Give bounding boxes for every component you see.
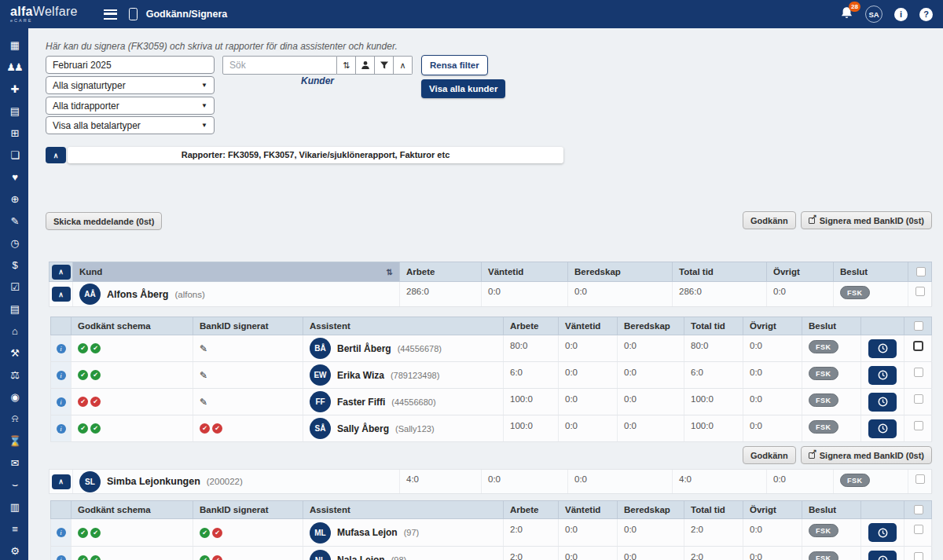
- row-checkbox[interactable]: [914, 552, 923, 560]
- sign-bankid-button-top[interactable]: Signera med BankID (0st): [801, 211, 932, 229]
- cell-beredskap: 0:0: [568, 282, 673, 306]
- search-group: ⇅ ∧: [222, 56, 413, 75]
- clock-icon[interactable]: ◷: [0, 232, 28, 254]
- show-all-customers-button[interactable]: Visa alla kunder: [421, 79, 505, 98]
- notes-icon[interactable]: ▤: [0, 298, 28, 320]
- avatar: EW: [310, 364, 331, 386]
- row-checkbox[interactable]: [913, 341, 923, 351]
- payer-type-dropdown[interactable]: Visa alla betalartyper ▼: [46, 116, 215, 134]
- info-icon[interactable]: i: [894, 8, 908, 21]
- time-report-button[interactable]: [868, 419, 897, 438]
- sign-bankid-button-inline[interactable]: Signera med BankID (0st): [801, 446, 932, 464]
- gear-icon[interactable]: ⚙: [0, 540, 28, 560]
- hourglass-icon[interactable]: ⌛: [0, 430, 28, 452]
- time-report-dropdown[interactable]: Alla tidrapporter ▼: [46, 97, 215, 115]
- hat-icon[interactable]: ⌣: [0, 474, 28, 496]
- row-checkbox[interactable]: [915, 474, 925, 484]
- alert-icon[interactable]: ◉: [0, 386, 28, 408]
- cell-beredskap: 0:0: [618, 547, 684, 560]
- user-avatar[interactable]: SA: [865, 5, 882, 23]
- collapse-customer-button[interactable]: ∧: [52, 287, 71, 302]
- month-input[interactable]: [46, 56, 215, 74]
- brand-name: alfa: [10, 5, 33, 18]
- bell-icon[interactable]: ⍾: [0, 408, 28, 430]
- cell-vantetid: 0:0: [482, 282, 568, 306]
- row-checkbox[interactable]: [915, 287, 925, 296]
- header-arbete: Arbete: [400, 262, 482, 281]
- header-arbete: Arbete: [504, 317, 559, 335]
- check-red-icon: ✔: [90, 397, 101, 407]
- row-checkbox[interactable]: [914, 394, 923, 404]
- approve-button-top[interactable]: Godkänn: [743, 211, 796, 229]
- heart-icon[interactable]: ♥: [0, 166, 28, 188]
- info-icon[interactable]: i: [57, 555, 66, 560]
- time-report-button[interactable]: [868, 339, 897, 358]
- list-icon[interactable]: ≡: [0, 518, 28, 540]
- shield-plus-icon[interactable]: ⊕: [0, 188, 28, 210]
- cell-total-tid: 100:0: [684, 415, 743, 441]
- cell-ovrigt: 0:0: [743, 335, 802, 361]
- app-logo: alfaWelfare eCARE: [10, 5, 78, 24]
- info-icon[interactable]: i: [57, 344, 66, 353]
- edit-list-icon[interactable]: ✎: [0, 210, 28, 232]
- approve-button-inline[interactable]: Godkänn: [743, 446, 796, 464]
- gavel-icon[interactable]: ⚒: [0, 342, 28, 364]
- info-icon[interactable]: i: [57, 424, 66, 434]
- time-report-button[interactable]: [868, 393, 897, 412]
- row-checkbox[interactable]: [914, 525, 923, 534]
- report-icon[interactable]: ▥: [0, 496, 28, 518]
- select-all-assistants-checkbox[interactable]: [914, 505, 923, 514]
- chat-icon[interactable]: ✉: [0, 452, 28, 474]
- column-sort-icon[interactable]: ⇅: [387, 268, 393, 276]
- check-green-icon: ✔: [78, 343, 88, 353]
- time-report-button[interactable]: [868, 523, 897, 542]
- help-icon[interactable]: ?: [919, 8, 933, 21]
- clear-filter-button[interactable]: Rensa filter: [421, 55, 488, 75]
- collapse-search-button[interactable]: ∧: [394, 56, 413, 75]
- scales-icon[interactable]: ⚖: [0, 364, 28, 386]
- chevron-up-icon: ∧: [58, 291, 64, 298]
- clock-icon: [878, 343, 888, 353]
- assistants-table: Godkänt schema BankID signerat Assistent…: [50, 500, 932, 560]
- sort-button[interactable]: ⇅: [337, 56, 356, 75]
- signature-type-dropdown[interactable]: Alla signaturtyper ▼: [46, 76, 215, 94]
- assistant-name: Sally Åberg: [337, 423, 389, 434]
- bank-icon[interactable]: ⌂: [0, 320, 28, 342]
- person-filter-button[interactable]: [356, 56, 375, 75]
- row-checkbox[interactable]: [914, 368, 923, 377]
- dashboard-icon[interactable]: ▦: [0, 34, 28, 56]
- mobile-device-icon[interactable]: [129, 8, 138, 20]
- search-input[interactable]: [222, 56, 337, 75]
- time-report-button[interactable]: [868, 366, 897, 385]
- info-icon[interactable]: i: [57, 397, 66, 407]
- hamburger-menu-icon[interactable]: [104, 9, 117, 20]
- document-icon[interactable]: ▤: [0, 100, 28, 122]
- header-vantetid: Väntetid: [559, 501, 618, 518]
- notifications-button[interactable]: 28: [840, 6, 853, 23]
- checklist-icon[interactable]: ☑: [0, 276, 28, 298]
- info-icon[interactable]: i: [57, 371, 66, 380]
- select-all-checkbox[interactable]: [916, 267, 926, 276]
- file-icon[interactable]: ❏: [0, 144, 28, 166]
- chevron-down-icon: ▼: [201, 102, 207, 109]
- cell-total-tid: 2:0: [684, 547, 743, 560]
- filter-button[interactable]: [375, 56, 394, 75]
- reports-bar[interactable]: Rapporter: FK3059, FK3057, Vikarie/sjukl…: [68, 147, 563, 163]
- row-checkbox[interactable]: [914, 421, 923, 430]
- money-icon[interactable]: $: [0, 254, 28, 276]
- calendar-icon[interactable]: ⊞: [0, 122, 28, 144]
- customer-name: Simba Lejonkungen: [107, 476, 200, 487]
- collapse-all-button[interactable]: ∧: [52, 265, 71, 280]
- info-icon[interactable]: i: [57, 528, 66, 537]
- time-report-button[interactable]: [868, 551, 897, 560]
- left-sidebar: ▦♟♟✚▤⊞❏♥⊕✎◷$☑▤⌂⚒⚖◉⍾⌛✉⌣▥≡⚙: [0, 28, 28, 560]
- status-badge: FSK: [809, 524, 838, 537]
- collapse-customer-button[interactable]: ∧: [52, 474, 71, 489]
- cell-arbete: 2:0: [504, 547, 559, 560]
- header-godkant-schema: Godkänt schema: [72, 317, 193, 335]
- select-all-assistants-checkbox[interactable]: [914, 321, 923, 331]
- dropdown-value: Alla signaturtyper: [53, 80, 126, 91]
- medical-bag-icon[interactable]: ✚: [0, 78, 28, 100]
- reports-collapse-button[interactable]: ∧: [46, 147, 66, 163]
- people-icon[interactable]: ♟♟: [0, 56, 28, 78]
